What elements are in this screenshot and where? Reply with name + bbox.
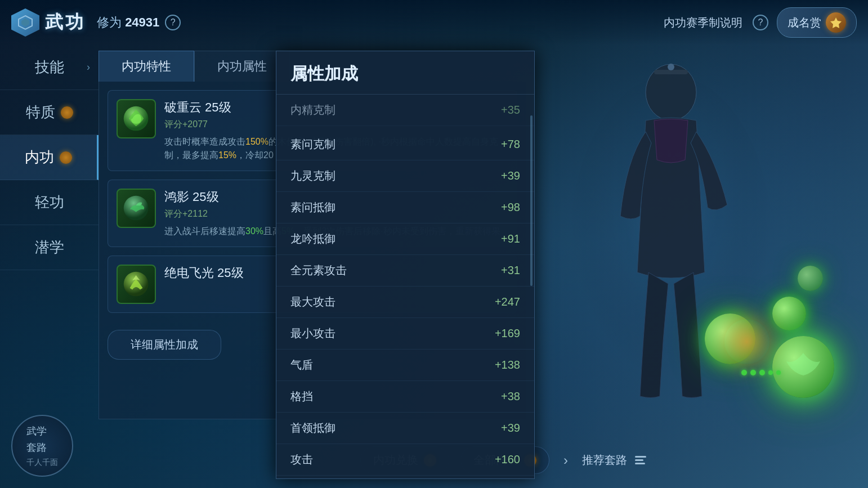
- popup-attributes: 属性加成 内精克制 +35 素问克制 +78 九灵克制 +39 素问抵御 +98…: [276, 51, 535, 479]
- popup-row-7[interactable]: 气盾 +138: [276, 350, 534, 381]
- neigong-circle-icon: [60, 151, 72, 164]
- season-button[interactable]: 内功赛季制说明 ?: [664, 15, 768, 30]
- help-icon[interactable]: ?: [165, 15, 181, 30]
- tab-neigong-texing[interactable]: 内功特性: [99, 51, 194, 82]
- gem-decoration-2: [772, 297, 806, 330]
- svg-point-3: [668, 64, 674, 70]
- popup-row-5[interactable]: 最大攻击 +247: [276, 286, 534, 318]
- badge-text: 武学 套路 千人千面: [26, 423, 58, 468]
- svg-rect-2: [654, 70, 688, 74]
- popup-row-1[interactable]: 九灵克制 +39: [276, 160, 534, 192]
- popup-row-9[interactable]: 首领抵御 +39: [276, 413, 534, 444]
- separator: ›: [561, 453, 571, 468]
- fame-icon: [826, 12, 846, 33]
- fame-button[interactable]: 成名赏: [777, 7, 857, 38]
- scroll-indicator: [530, 115, 533, 286]
- svg-marker-5: [21, 19, 29, 26]
- svg-rect-10: [635, 459, 643, 461]
- sidebar-item-neigong[interactable]: 内功: [0, 135, 99, 180]
- score-label: 修为 24931: [97, 14, 159, 31]
- popup-row-4[interactable]: 全元素攻击 +31: [276, 255, 534, 286]
- sidebar-item-tezhi[interactable]: 特质: [0, 90, 99, 135]
- sidebar: 技能 › 特质 内功 轻功 潜学: [0, 45, 99, 270]
- skill-icon-1: [117, 99, 156, 138]
- page-title: 武功: [45, 10, 86, 35]
- svg-rect-11: [635, 463, 645, 464]
- header-right: 内功赛季制说明 ? 成名赏: [664, 7, 857, 38]
- green-dots: [741, 370, 781, 375]
- popup-row-partial[interactable]: 内精克制 +35: [276, 95, 534, 126]
- popup-row-3[interactable]: 龙吟抵御 +91: [276, 223, 534, 255]
- header-logo: [11, 8, 39, 37]
- recommend-icon: [633, 453, 648, 468]
- tezhi-circle-icon: [61, 106, 73, 119]
- svg-rect-9: [635, 456, 646, 458]
- gem-decoration-4: [798, 266, 823, 291]
- popup-header: 属性加成: [276, 51, 534, 95]
- popup-title: 属性加成: [290, 62, 520, 86]
- skill-icon-3: [117, 265, 156, 304]
- badge-wuxue[interactable]: 武学 套路 千人千面: [11, 415, 73, 477]
- sidebar-arrow-jieneng: ›: [87, 61, 90, 73]
- sidebar-item-qianxue[interactable]: 潜学: [0, 225, 99, 270]
- popup-row-10[interactable]: 攻击 +160: [276, 444, 534, 476]
- popup-row-6[interactable]: 最小攻击 +169: [276, 318, 534, 350]
- gem-decoration-3: [772, 336, 834, 398]
- popup-row-2[interactable]: 素问抵御 +98: [276, 192, 534, 223]
- detail-btn[interactable]: 详细属性加成: [108, 330, 221, 360]
- orange-glow: [724, 319, 769, 364]
- header: 武功 修为 24931 ? 内功赛季制说明 ? 成名赏: [0, 0, 868, 45]
- sidebar-item-jineng[interactable]: 技能 ›: [0, 45, 99, 90]
- popup-list: 素问克制 +78 九灵克制 +39 素问抵御 +98 龙吟抵御 +91 全元素攻…: [276, 126, 534, 478]
- season-help-icon[interactable]: ?: [753, 15, 768, 30]
- skill-icon-2: [117, 189, 156, 228]
- popup-row-8[interactable]: 格挡 +38: [276, 381, 534, 413]
- recommend-btn[interactable]: 推荐套路: [582, 453, 648, 468]
- popup-row-0[interactable]: 素问克制 +78: [276, 129, 534, 160]
- sidebar-item-qinggong[interactable]: 轻功: [0, 180, 99, 225]
